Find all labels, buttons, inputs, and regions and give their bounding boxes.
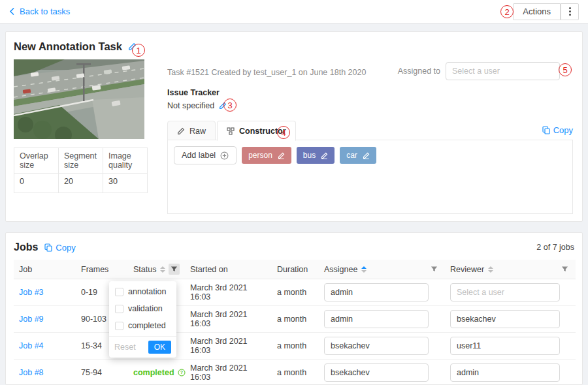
top-bar: Back to tasks Actions — [0, 0, 588, 23]
job-reviewer-input[interactable] — [450, 283, 560, 301]
param-value: 20 — [59, 174, 103, 193]
job-reviewer-input[interactable] — [450, 337, 560, 355]
frames-cell: 75-94 — [76, 360, 128, 385]
filter-footer: Reset OK — [109, 336, 176, 358]
col-reviewer-header[interactable]: Reviewer — [450, 265, 484, 274]
param-header: Image quality — [103, 148, 148, 174]
task-detail-page: Back to tasks Actions New Annotation Tas… — [0, 0, 588, 385]
job-assignee-input[interactable] — [324, 363, 429, 382]
job-link[interactable]: Job #3 — [19, 288, 44, 297]
table-row: Job #8 75-94 completed ? March 3rd 2021 … — [14, 360, 576, 385]
status-filter-icon[interactable] — [169, 264, 180, 275]
jobs-card: Jobs Copy 2 of 7 jobs Job Frames — [5, 232, 583, 385]
param-header: Segment size — [59, 148, 103, 174]
col-frames-header: Frames — [81, 265, 108, 274]
jobs-header: Jobs Copy 2 of 7 jobs — [6, 233, 582, 260]
plus-circle-icon — [220, 151, 229, 160]
issue-tracker-value-row: Not specified — [167, 101, 227, 110]
task-assignee-input[interactable] — [446, 62, 560, 80]
jobs-title: Jobs — [14, 241, 38, 253]
checkbox-icon[interactable] — [115, 288, 123, 296]
job-reviewer-input[interactable] — [450, 363, 560, 382]
tab-raw[interactable]: Raw — [167, 121, 216, 141]
label-chip-text: person — [248, 151, 272, 160]
col-assignee-header[interactable]: Assignee — [324, 265, 357, 274]
duration-cell: a month — [272, 306, 319, 333]
table-row: Job #4 15-34 March 3rd 2021 16:03 a mont… — [14, 333, 576, 360]
checkbox-icon[interactable] — [115, 305, 123, 313]
duration-cell: a month — [272, 333, 319, 360]
label-chip-person[interactable]: person — [242, 147, 291, 164]
param-header: Overlap size — [14, 148, 59, 174]
label-chip-car[interactable]: car — [340, 147, 376, 164]
started-cell: March 3rd 2021 16:03 — [185, 279, 272, 306]
back-to-tasks-label: Back to tasks — [20, 7, 70, 16]
actions-menu-button[interactable] — [561, 3, 579, 20]
job-link[interactable]: Job #4 — [19, 341, 44, 350]
job-link[interactable]: Job #8 — [19, 368, 44, 377]
back-to-tasks-link[interactable]: Back to tasks — [9, 7, 70, 16]
sort-carets-icon[interactable] — [160, 266, 165, 273]
filter-option-validation[interactable]: validation — [109, 300, 176, 317]
filter-option-label: annotation — [128, 287, 166, 296]
assigned-to-box: Assigned to — [398, 62, 560, 80]
edit-label-icon[interactable] — [278, 152, 285, 159]
label-chip-bus[interactable]: bus — [297, 147, 335, 164]
job-link[interactable]: Job #9 — [19, 315, 44, 324]
tab-raw-label: Raw — [189, 127, 206, 136]
issue-tracker-value: Not specified — [167, 101, 214, 110]
copy-labels-link[interactable]: Copy — [542, 125, 573, 135]
callout-4: 4 — [277, 126, 290, 139]
copy-icon — [44, 243, 52, 252]
job-assignee-input[interactable] — [324, 310, 429, 328]
table-row: Job #9 90-103 March 3rd 2021 16:03 a mon… — [14, 306, 576, 333]
status-badge: completed ? — [133, 368, 186, 377]
assignee-filter-icon[interactable] — [429, 264, 440, 275]
callout-1: 1 — [132, 44, 145, 57]
jobs-table: Job Frames Status Started on Duration — [14, 260, 576, 385]
copy-icon — [542, 126, 550, 134]
checkbox-icon[interactable] — [115, 322, 123, 330]
col-status-header[interactable]: Status — [133, 265, 156, 274]
task-title-row: New Annotation Task — [14, 40, 137, 53]
callout-3: 3 — [223, 99, 237, 112]
filter-ok-button[interactable]: OK — [148, 341, 171, 354]
col-duration-header: Duration — [277, 265, 308, 274]
duration-cell: a month — [272, 279, 319, 306]
param-value: 0 — [14, 174, 59, 193]
status-filter-dropdown: annotation validation completed Reset OK — [109, 281, 176, 358]
task-card: New Annotation Task — [5, 31, 583, 222]
task-title: New Annotation Task — [14, 40, 122, 53]
chevron-left-icon — [9, 7, 15, 16]
edit-label-icon[interactable] — [363, 152, 370, 159]
jobs-table-header-row: Job Frames Status Started on Duration — [14, 260, 576, 279]
job-assignee-input[interactable] — [324, 283, 429, 301]
vertical-dots-icon — [569, 7, 571, 16]
add-label-button[interactable]: Add label — [174, 146, 237, 164]
question-circle-icon[interactable]: ? — [178, 369, 186, 377]
add-label-text: Add label — [182, 151, 216, 160]
filter-option-completed[interactable]: completed — [109, 317, 176, 334]
filter-option-label: completed — [128, 321, 166, 330]
job-reviewer-input[interactable] — [450, 310, 560, 328]
assigned-to-label: Assigned to — [398, 67, 440, 76]
callout-5: 5 — [559, 63, 572, 76]
road-photo — [14, 59, 144, 139]
constructor-icon — [227, 127, 235, 135]
started-cell: March 3rd 2021 16:03 — [185, 306, 272, 333]
label-chip-text: bus — [303, 151, 316, 160]
sort-carets-icon[interactable] — [488, 266, 493, 273]
sort-carets-icon[interactable] — [361, 266, 367, 273]
job-assignee-input[interactable] — [324, 337, 429, 355]
label-chip-text: car — [346, 151, 357, 160]
actions-button[interactable]: Actions — [513, 3, 561, 20]
edit-label-icon[interactable] — [321, 152, 328, 159]
copy-jobs-link[interactable]: Copy — [44, 243, 75, 253]
task-thumbnail — [14, 59, 144, 139]
status-text: completed — [133, 368, 174, 377]
task-params-table: Overlap size Segment size Image quality … — [14, 147, 148, 193]
reviewer-filter-icon[interactable] — [559, 264, 570, 275]
filter-reset-button[interactable]: Reset — [114, 343, 136, 352]
filter-option-annotation[interactable]: annotation — [109, 283, 176, 300]
param-value: 30 — [103, 174, 148, 193]
